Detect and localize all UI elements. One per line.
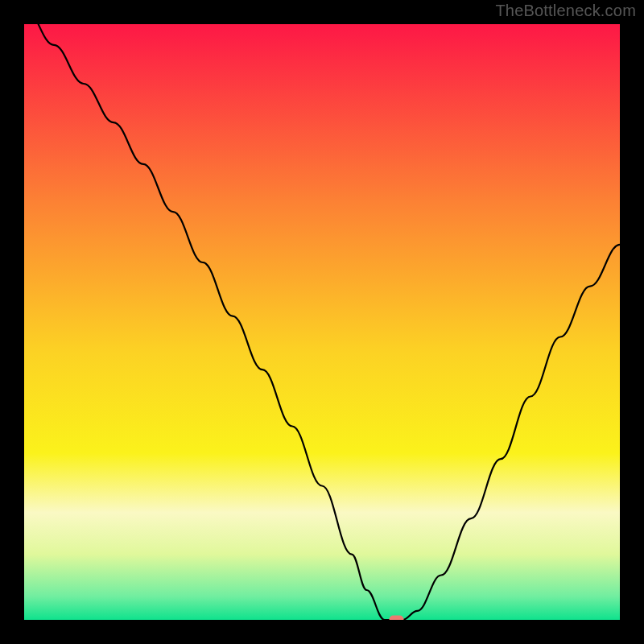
attribution-text: TheBottleneck.com — [495, 2, 636, 20]
optimal-marker — [390, 616, 404, 621]
chart-svg — [24, 24, 620, 620]
chart-frame: TheBottleneck.com — [0, 0, 644, 644]
plot-area — [24, 24, 620, 620]
chart-background — [24, 24, 620, 620]
